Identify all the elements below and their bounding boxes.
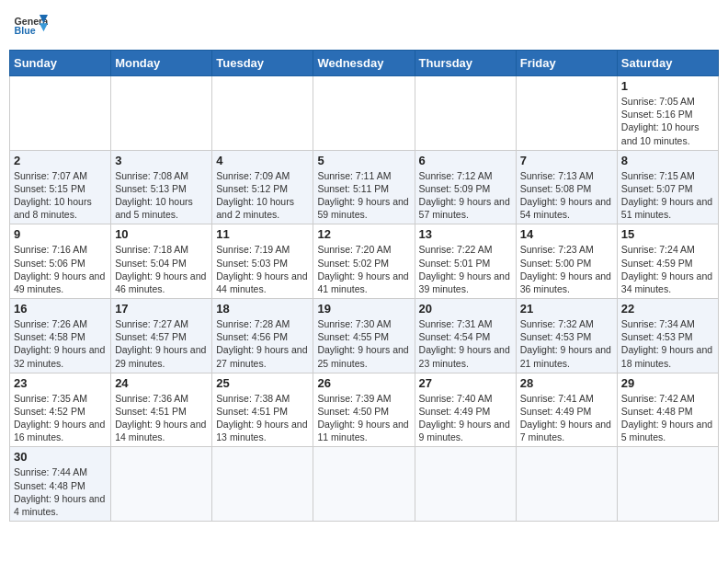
weekday-header-saturday: Saturday: [617, 51, 718, 76]
calendar-cell: 26Sunrise: 7:39 AM Sunset: 4:50 PM Dayli…: [313, 373, 415, 447]
day-number: 12: [317, 227, 410, 241]
day-info: Sunrise: 7:18 AM Sunset: 5:04 PM Dayligh…: [115, 243, 208, 295]
calendar-cell: 6Sunrise: 7:12 AM Sunset: 5:09 PM Daylig…: [415, 150, 516, 224]
day-info: Sunrise: 7:28 AM Sunset: 4:56 PM Dayligh…: [216, 317, 309, 370]
calendar-cell: [516, 447, 617, 522]
day-info: Sunrise: 7:16 AM Sunset: 5:06 PM Dayligh…: [14, 243, 107, 295]
calendar-cell: 19Sunrise: 7:30 AM Sunset: 4:55 PM Dayli…: [313, 299, 415, 373]
weekday-header-monday: Monday: [111, 51, 212, 76]
calendar-cell: 29Sunrise: 7:42 AM Sunset: 4:48 PM Dayli…: [617, 373, 718, 447]
day-number: 25: [216, 376, 309, 390]
logo: General Blue: [13, 9, 48, 44]
calendar-cell: 28Sunrise: 7:41 AM Sunset: 4:49 PM Dayli…: [516, 373, 617, 447]
day-number: 7: [520, 154, 613, 167]
day-info: Sunrise: 7:08 AM Sunset: 5:13 PM Dayligh…: [115, 169, 208, 222]
calendar-table: SundayMondayTuesdayWednesdayThursdayFrid…: [9, 50, 719, 522]
calendar-cell: 14Sunrise: 7:23 AM Sunset: 5:00 PM Dayli…: [516, 224, 617, 299]
day-info: Sunrise: 7:22 AM Sunset: 5:01 PM Dayligh…: [419, 243, 512, 295]
calendar-cell: [415, 447, 516, 522]
weekday-header-wednesday: Wednesday: [313, 51, 415, 76]
day-number: 18: [216, 302, 309, 316]
day-info: Sunrise: 7:23 AM Sunset: 5:00 PM Dayligh…: [520, 243, 613, 295]
day-number: 27: [419, 376, 512, 390]
calendar-cell: [516, 76, 617, 151]
calendar-week-row: 16Sunrise: 7:26 AM Sunset: 4:58 PM Dayli…: [10, 299, 719, 373]
calendar-cell: 2Sunrise: 7:07 AM Sunset: 5:15 PM Daylig…: [10, 150, 111, 224]
weekday-header-row: SundayMondayTuesdayWednesdayThursdayFrid…: [10, 51, 719, 76]
day-number: 30: [14, 450, 107, 464]
logo-icon: General Blue: [13, 9, 48, 44]
day-info: Sunrise: 7:05 AM Sunset: 5:16 PM Dayligh…: [621, 95, 714, 147]
calendar-cell: 13Sunrise: 7:22 AM Sunset: 5:01 PM Dayli…: [415, 224, 516, 299]
calendar-cell: 3Sunrise: 7:08 AM Sunset: 5:13 PM Daylig…: [111, 150, 212, 224]
day-number: 5: [317, 154, 410, 167]
calendar-cell: [111, 447, 212, 522]
svg-marker-3: [40, 23, 48, 31]
day-info: Sunrise: 7:20 AM Sunset: 5:02 PM Dayligh…: [317, 243, 410, 295]
calendar-cell: 15Sunrise: 7:24 AM Sunset: 4:59 PM Dayli…: [617, 224, 718, 299]
weekday-header-thursday: Thursday: [415, 51, 516, 76]
calendar-cell: 24Sunrise: 7:36 AM Sunset: 4:51 PM Dayli…: [111, 373, 212, 447]
day-number: 10: [115, 227, 208, 241]
calendar-week-row: 23Sunrise: 7:35 AM Sunset: 4:52 PM Dayli…: [10, 373, 719, 447]
day-number: 22: [621, 302, 714, 316]
svg-text:Blue: Blue: [15, 25, 36, 36]
calendar-cell: [313, 447, 415, 522]
calendar-cell: [617, 447, 718, 522]
calendar-cell: 27Sunrise: 7:40 AM Sunset: 4:49 PM Dayli…: [415, 373, 516, 447]
day-number: 28: [520, 376, 613, 390]
calendar-cell: [111, 76, 212, 151]
weekday-header-sunday: Sunday: [10, 51, 111, 76]
day-info: Sunrise: 7:41 AM Sunset: 4:49 PM Dayligh…: [520, 392, 613, 444]
day-info: Sunrise: 7:19 AM Sunset: 5:03 PM Dayligh…: [216, 243, 309, 295]
calendar-cell: 10Sunrise: 7:18 AM Sunset: 5:04 PM Dayli…: [111, 224, 212, 299]
day-info: Sunrise: 7:35 AM Sunset: 4:52 PM Dayligh…: [14, 392, 107, 444]
day-number: 3: [115, 154, 208, 167]
calendar-cell: 11Sunrise: 7:19 AM Sunset: 5:03 PM Dayli…: [212, 224, 313, 299]
day-info: Sunrise: 7:11 AM Sunset: 5:11 PM Dayligh…: [317, 169, 410, 222]
calendar-cell: 7Sunrise: 7:13 AM Sunset: 5:08 PM Daylig…: [516, 150, 617, 224]
day-number: 17: [115, 302, 208, 316]
day-number: 9: [14, 227, 107, 241]
day-info: Sunrise: 7:39 AM Sunset: 4:50 PM Dayligh…: [317, 392, 410, 444]
calendar-cell: 22Sunrise: 7:34 AM Sunset: 4:53 PM Dayli…: [617, 299, 718, 373]
day-info: Sunrise: 7:13 AM Sunset: 5:08 PM Dayligh…: [520, 169, 613, 222]
day-number: 26: [317, 376, 410, 390]
calendar-cell: 17Sunrise: 7:27 AM Sunset: 4:57 PM Dayli…: [111, 299, 212, 373]
day-info: Sunrise: 7:31 AM Sunset: 4:54 PM Dayligh…: [419, 317, 512, 370]
calendar-cell: 21Sunrise: 7:32 AM Sunset: 4:53 PM Dayli…: [516, 299, 617, 373]
day-info: Sunrise: 7:34 AM Sunset: 4:53 PM Dayligh…: [621, 317, 714, 370]
day-number: 11: [216, 227, 309, 241]
day-info: Sunrise: 7:36 AM Sunset: 4:51 PM Dayligh…: [115, 392, 208, 444]
day-number: 19: [317, 302, 410, 316]
day-info: Sunrise: 7:30 AM Sunset: 4:55 PM Dayligh…: [317, 317, 410, 370]
calendar-cell: 8Sunrise: 7:15 AM Sunset: 5:07 PM Daylig…: [617, 150, 718, 224]
calendar-cell: 23Sunrise: 7:35 AM Sunset: 4:52 PM Dayli…: [10, 373, 111, 447]
day-number: 23: [14, 376, 107, 390]
day-number: 8: [621, 154, 714, 167]
day-number: 16: [14, 302, 107, 316]
day-info: Sunrise: 7:26 AM Sunset: 4:58 PM Dayligh…: [14, 317, 107, 370]
day-info: Sunrise: 7:27 AM Sunset: 4:57 PM Dayligh…: [115, 317, 208, 370]
day-info: Sunrise: 7:12 AM Sunset: 5:09 PM Dayligh…: [419, 169, 512, 222]
day-number: 15: [621, 227, 714, 241]
calendar-cell: 5Sunrise: 7:11 AM Sunset: 5:11 PM Daylig…: [313, 150, 415, 224]
day-number: 20: [419, 302, 512, 316]
calendar-cell: 18Sunrise: 7:28 AM Sunset: 4:56 PM Dayli…: [212, 299, 313, 373]
calendar-cell: [415, 76, 516, 151]
calendar-cell: [10, 76, 111, 151]
day-number: 24: [115, 376, 208, 390]
day-number: 4: [216, 154, 309, 167]
day-number: 1: [621, 79, 714, 93]
calendar-week-row: 30Sunrise: 7:44 AM Sunset: 4:48 PM Dayli…: [10, 447, 719, 522]
calendar-week-row: 1Sunrise: 7:05 AM Sunset: 5:16 PM Daylig…: [10, 76, 719, 151]
day-info: Sunrise: 7:07 AM Sunset: 5:15 PM Dayligh…: [14, 169, 107, 222]
calendar-cell: 12Sunrise: 7:20 AM Sunset: 5:02 PM Dayli…: [313, 224, 415, 299]
weekday-header-friday: Friday: [516, 51, 617, 76]
calendar-cell: 30Sunrise: 7:44 AM Sunset: 4:48 PM Dayli…: [10, 447, 111, 522]
calendar-cell: 16Sunrise: 7:26 AM Sunset: 4:58 PM Dayli…: [10, 299, 111, 373]
day-info: Sunrise: 7:44 AM Sunset: 4:48 PM Dayligh…: [14, 465, 107, 518]
weekday-header-tuesday: Tuesday: [212, 51, 313, 76]
day-number: 14: [520, 227, 613, 241]
day-number: 21: [520, 302, 613, 316]
